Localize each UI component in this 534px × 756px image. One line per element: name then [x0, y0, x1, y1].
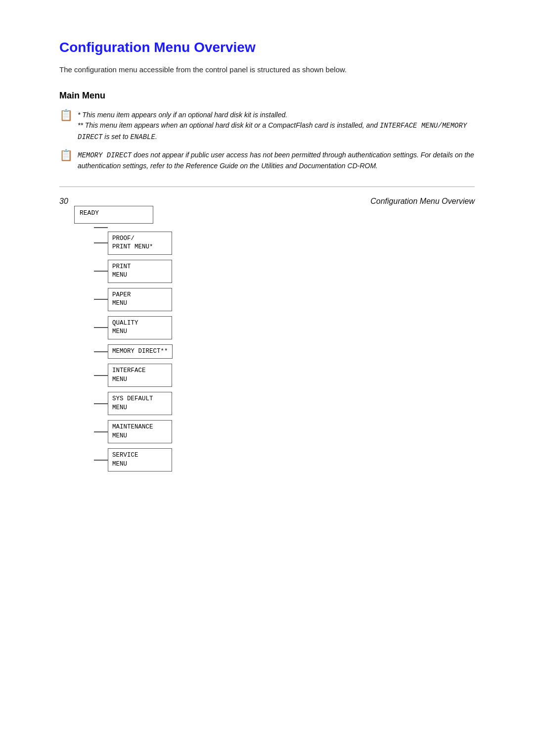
note-text-2: MEMORY DIRECT does not appear if public …	[78, 150, 475, 172]
menu-item-row-interface: INTERFACEMENU	[94, 364, 173, 387]
sub-menu-items: PROOF/PRINT MENU* PRINTMENU PAPERMENU QU…	[94, 224, 173, 477]
note-2: 📋 MEMORY DIRECT does not appear if publi…	[59, 150, 475, 172]
menu-box-proof-clean: PROOF/PRINT MENU*	[108, 232, 172, 255]
hline	[94, 351, 108, 352]
note-icon-2: 📋	[59, 149, 73, 162]
hline	[94, 403, 108, 404]
footer-title: Configuration Menu Overview	[370, 197, 475, 206]
menu-item-row-print: PRINTMENU	[94, 260, 173, 283]
hline	[94, 327, 108, 328]
menu-box-interface-clean: INTERFACEMENU	[108, 364, 172, 387]
menu-box-memory-direct-clean: MEMORY DIRECT**	[108, 344, 173, 359]
menu-item-row-service: SERVICEMENU	[94, 448, 173, 472]
hline	[94, 299, 108, 300]
clean-menu-diagram: READY PROOF/PRINT MENU* PRINTMENU	[74, 206, 475, 477]
note-text-1: * This menu item appears only if an opti…	[78, 110, 475, 143]
footer-divider	[59, 187, 475, 187]
note-icon-1: 📋	[59, 109, 73, 122]
hline	[94, 242, 108, 243]
menu-item-row-memory-direct: MEMORY DIRECT**	[94, 344, 173, 359]
intro-text: The configuration menu accessible from t…	[59, 64, 475, 76]
root-node: READY PROOF/PRINT MENU* PRINTMENU	[74, 206, 173, 477]
menu-item-row-quality: QUALITYMENU	[94, 316, 173, 339]
menu-box-sys-default-clean: SYS DEFAULTMENU	[108, 392, 172, 415]
note-1: 📋 * This menu item appears only if an op…	[59, 110, 475, 143]
hline	[94, 271, 108, 272]
section-heading: Main Menu	[59, 91, 475, 101]
page-title: Configuration Menu Overview	[59, 40, 475, 55]
menu-item-row-proof: PROOF/PRINT MENU*	[94, 232, 173, 255]
menu-box-quality-clean: QUALITYMENU	[108, 316, 172, 339]
menu-item-row-sys-default: SYS DEFAULTMENU	[94, 392, 173, 415]
menu-box-service-clean: SERVICEMENU	[108, 448, 172, 472]
menu-box-paper-clean: PAPERMENU	[108, 288, 172, 311]
hline	[94, 375, 108, 376]
menu-item-row-paper: PAPERMENU	[94, 288, 173, 311]
menu-box-print-clean: PRINTMENU	[108, 260, 172, 283]
menu-box-maintenance-clean: MAINTENANCEMENU	[108, 420, 172, 443]
footer-page-number: 30	[59, 197, 68, 206]
menu-item-row-maintenance: MAINTENANCEMENU	[94, 420, 173, 443]
hline	[94, 431, 108, 432]
root-box: READY	[74, 206, 153, 224]
footer: 30 Configuration Menu Overview	[59, 197, 475, 206]
notes-section: 📋 * This menu item appears only if an op…	[59, 110, 475, 172]
hline	[94, 460, 108, 461]
